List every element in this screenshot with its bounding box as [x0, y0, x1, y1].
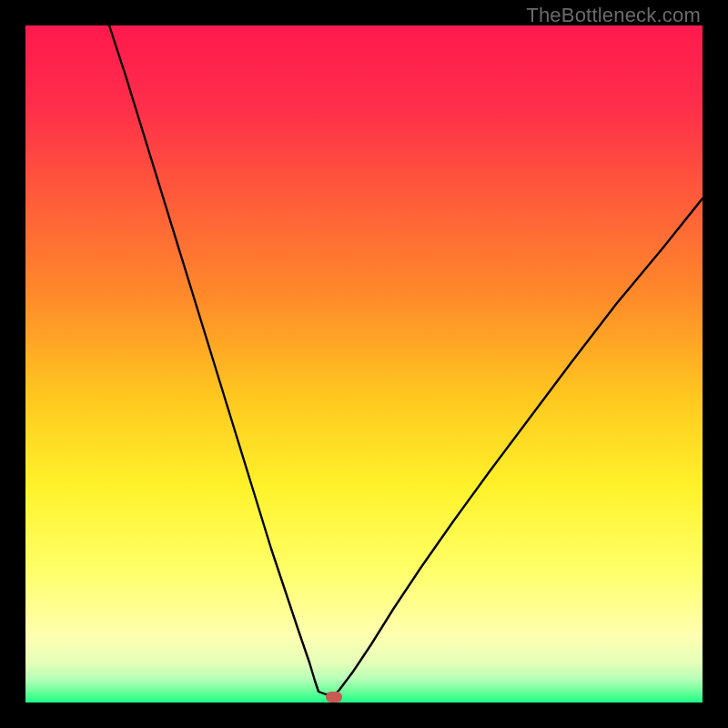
plot-area [25, 25, 703, 703]
optimum-marker [326, 692, 342, 703]
bottleneck-curve [25, 25, 703, 703]
watermark-text: TheBottleneck.com [526, 4, 701, 27]
outer-frame: TheBottleneck.com [0, 0, 728, 728]
